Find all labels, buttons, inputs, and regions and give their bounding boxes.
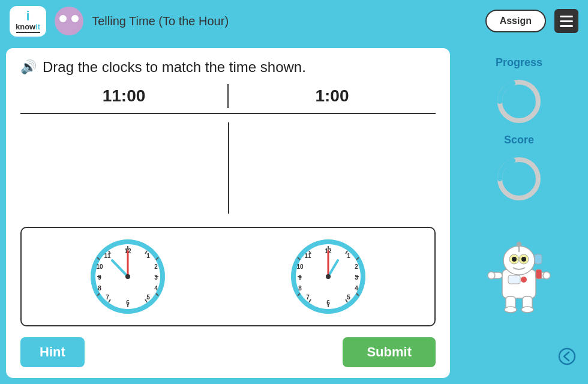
svg-point-68 — [512, 257, 517, 262]
clock-2[interactable]: 12 1 2 3 4 5 6 7 8 9 10 11 — [289, 238, 367, 316]
time-left: 11:00 — [20, 86, 227, 110]
svg-point-28 — [125, 274, 130, 279]
header-mascot-icon — [55, 7, 83, 35]
svg-text:4: 4 — [154, 285, 158, 292]
content-panel: 🔊 Drag the clocks to match the time show… — [6, 48, 450, 378]
svg-text:2: 2 — [154, 263, 158, 270]
clock-tray[interactable]: 12 1 2 3 4 5 6 7 8 9 10 11 — [20, 227, 436, 326]
times-row: 11:00 1:00 — [20, 84, 436, 114]
hint-button[interactable]: Hint — [20, 337, 85, 367]
logo-it: it — [35, 23, 40, 31]
score-label: Score — [504, 134, 534, 146]
svg-text:8: 8 — [98, 285, 101, 292]
svg-text:6: 6 — [126, 299, 130, 306]
svg-text:9: 9 — [298, 274, 302, 281]
sound-icon[interactable]: 🔊 — [20, 59, 37, 75]
instruction-text: Drag the clocks to match the time shown. — [43, 59, 306, 76]
lesson-title: Telling Time (To the Hour) — [92, 14, 476, 28]
svg-point-82 — [559, 349, 575, 364]
svg-text:10: 10 — [296, 263, 304, 270]
progress-label: Progress — [496, 56, 542, 69]
hamburger-line — [560, 20, 573, 22]
svg-point-79 — [505, 307, 517, 313]
progress-value: 3/15 — [509, 96, 528, 107]
svg-rect-63 — [508, 275, 520, 284]
svg-text:3: 3 — [154, 274, 158, 281]
hamburger-line — [560, 25, 573, 27]
svg-rect-72 — [535, 254, 542, 264]
sidebar: Progress 3/15 Score 3 — [456, 48, 582, 378]
score-ring: 3 — [495, 155, 543, 203]
svg-text:1: 1 — [347, 253, 350, 259]
svg-text:1: 1 — [146, 253, 150, 259]
svg-text:11: 11 — [104, 253, 111, 259]
svg-text:5: 5 — [146, 294, 150, 301]
svg-text:7: 7 — [306, 294, 310, 301]
svg-text:6: 6 — [326, 299, 330, 306]
logo-know: know — [16, 23, 35, 31]
svg-point-80 — [521, 307, 533, 313]
time-right: 1:00 — [229, 86, 436, 110]
svg-text:5: 5 — [347, 294, 350, 301]
clock-1[interactable]: 12 1 2 3 4 5 6 7 8 9 10 11 — [89, 238, 167, 316]
logo-i: i — [26, 10, 30, 23]
header: i know it Telling Time (To the Hour) Ass… — [0, 0, 588, 42]
svg-text:3: 3 — [355, 274, 358, 281]
svg-point-75 — [488, 272, 495, 279]
submit-button[interactable]: Submit — [343, 337, 436, 367]
svg-point-76 — [543, 272, 550, 279]
svg-text:7: 7 — [106, 294, 109, 301]
back-button[interactable] — [558, 347, 576, 370]
svg-point-64 — [521, 277, 527, 283]
progress-ring: 3/15 — [495, 77, 543, 125]
robot-illustration — [483, 211, 555, 339]
logo: i know it — [10, 6, 46, 37]
drag-area[interactable] — [20, 122, 436, 214]
svg-text:9: 9 — [98, 274, 101, 281]
svg-text:8: 8 — [298, 285, 302, 292]
bottom-bar: Hint Submit — [20, 337, 436, 367]
svg-text:11: 11 — [304, 253, 311, 259]
svg-text:2: 2 — [355, 263, 358, 270]
svg-point-71 — [517, 242, 521, 247]
score-value: 3 — [517, 173, 522, 184]
svg-text:4: 4 — [355, 285, 358, 292]
svg-text:10: 10 — [96, 263, 103, 270]
vertical-divider — [228, 122, 229, 214]
main-wrapper: 🔊 Drag the clocks to match the time show… — [0, 42, 588, 384]
instruction-row: 🔊 Drag the clocks to match the time show… — [20, 59, 436, 76]
logo-underline — [16, 32, 40, 33]
svg-rect-81 — [536, 269, 542, 279]
hamburger-line — [560, 16, 573, 17]
assign-button[interactable]: Assign — [485, 10, 546, 32]
robot-svg — [483, 236, 555, 314]
svg-point-57 — [326, 274, 331, 279]
svg-point-69 — [521, 257, 526, 262]
menu-button[interactable] — [554, 9, 578, 33]
